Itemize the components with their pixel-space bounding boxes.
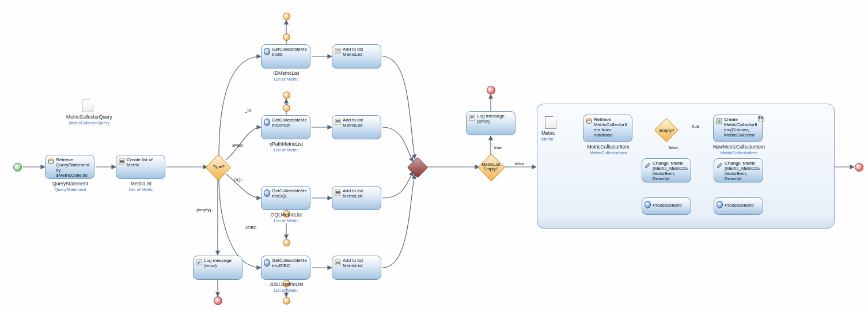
edge-label-loop-false: false (668, 145, 679, 150)
get-id-activity[interactable]: GetCollectibleMetricID (261, 44, 310, 69)
loop-create-caption: NewMetricCollectorItem MetricCollectorIt… (707, 144, 771, 156)
retrieve-querystatement-caption: QueryStatement QueryStatement (45, 181, 96, 193)
retrieve-querystatement-activity[interactable]: Retrieve QueryStatement by $MetricCollec… (45, 155, 94, 179)
microflow-canvas: MetricCollectorQuery MetricCollectorQuer… (0, 0, 868, 312)
loop-retrieve-activity[interactable]: Retrieve MetricCollectorItem from databa… (583, 115, 632, 142)
log-message-true-activity[interactable]: Log message (error) (466, 111, 516, 135)
log-icon (469, 115, 475, 121)
start-event[interactable] (13, 163, 22, 172)
activity-label: GetCollectibleMetricJDBC (272, 258, 307, 268)
input-parameter-name: MetricCollectorQuery (66, 114, 112, 120)
decision-label: MetricList Empty? (476, 162, 505, 172)
add-oql-activity[interactable]: Add to list MetricList (332, 186, 381, 210)
loop-iterator-label: Metric Metric (541, 130, 564, 142)
activity-label: Retrieve MetricCollectorItem from databa… (594, 117, 629, 138)
svg-point-53 (586, 119, 591, 121)
decision-label: Type? (204, 165, 233, 169)
get-id-caption: IDMetricList List of Metric (261, 70, 312, 82)
list-icon (335, 119, 341, 125)
decision-label: Empty? (653, 128, 681, 133)
loop-create-activity[interactable]: Create MetricCollectorItem(Column, Metri… (713, 115, 763, 142)
call-microflow-icon (264, 189, 270, 196)
change-icon (645, 162, 651, 168)
input-parameter-type: MetricCollectorQuery (69, 120, 109, 125)
edge-label-oql: OQL (233, 177, 244, 182)
loop-process2-activity[interactable]: ProcessMetric (714, 197, 763, 215)
get-xpath-activity[interactable]: GetCollectibleMetricXPath (261, 115, 310, 139)
activity-label: GetCollectibleMetricXPath (272, 117, 307, 128)
list-icon (335, 259, 341, 265)
get-xpath-caption: xPathMetricList List of Metric (261, 141, 312, 153)
log-message-empty-activity[interactable]: Log message (error) (193, 256, 242, 280)
end-event-error-empty[interactable] (214, 296, 222, 305)
edge-label-empty: (empty) (196, 207, 211, 212)
loop-change2-activity[interactable]: Change 'Metric' (Metric_MetricCollectorI… (714, 158, 763, 182)
edge-label-false: false (514, 161, 525, 166)
activity-label: GetCollectibleMetricOQL (272, 188, 307, 199)
activity-label: Add to list MetricList (343, 47, 378, 57)
retrieve-icon (48, 158, 54, 165)
continue-event[interactable] (283, 239, 290, 246)
activity-label: ProcessMetric (725, 203, 760, 208)
get-oql-caption: OQLMetricList List of Metric (261, 212, 312, 224)
call-microflow-icon (264, 48, 270, 54)
activity-label: ProcessMetric (653, 203, 688, 208)
edge-label-loop-true: true (691, 124, 700, 129)
activity-label: Log message (error) (477, 113, 512, 124)
add-id-activity[interactable]: Add to list MetricList (332, 44, 381, 69)
input-parameter-label: MetricCollectorQuery MetricCollectorQuer… (58, 114, 121, 126)
list-icon (335, 189, 341, 196)
loop-retrieve-caption: MetricCollectorItem MetricCollectorItem (578, 144, 638, 156)
call-microflow-icon (264, 259, 270, 265)
create-list-activity[interactable]: Create list of Metric (116, 155, 165, 179)
create-list-caption: MetricList List of Metric (116, 181, 166, 193)
add-xpath-activity[interactable]: Add to list MetricList (332, 115, 381, 139)
change-icon (717, 162, 723, 168)
list-icon (119, 158, 125, 165)
continue-event[interactable] (283, 297, 290, 305)
loop-change1-activity[interactable]: Change 'Metric' (Metric_MetricCollectorI… (642, 158, 691, 182)
svg-point-24 (48, 159, 53, 161)
activity-label: Retrieve QueryStatement by $MetricCollec… (56, 157, 91, 178)
activity-label: Change 'Metric' (Metric_MetricCollectorI… (653, 161, 688, 181)
error-handler-badge[interactable] (283, 33, 290, 41)
call-microflow-icon (264, 119, 270, 125)
end-event[interactable] (855, 163, 863, 172)
error-handler-badge[interactable] (283, 104, 290, 112)
activity-label: Change 'Metric' (Metric_MetricCollectorI… (725, 161, 760, 181)
continue-event[interactable] (283, 92, 290, 99)
get-oql-activity[interactable]: GetCollectibleMetricOQL (261, 186, 310, 210)
activity-label: Add to list MetricList (343, 258, 378, 268)
edge-label-true: true (494, 145, 502, 150)
edge-label-id: _ID (244, 108, 252, 113)
activity-label: Create MetricCollectorItem(Column, Metri… (724, 117, 759, 138)
activity-label: Create list of Metric (127, 157, 162, 168)
add-jdbc-activity[interactable]: Add to list MetricList (332, 256, 381, 280)
activity-label: Add to list MetricList (343, 188, 378, 199)
get-jdbc-activity[interactable]: GetCollectibleMetricJDBC (261, 256, 310, 280)
end-event-error-true[interactable] (487, 86, 495, 94)
list-icon (335, 48, 341, 54)
retrieve-icon (586, 118, 592, 124)
log-icon (196, 259, 202, 265)
loop-process1-activity[interactable]: ProcessMetric (642, 197, 691, 215)
activity-label: Add to list MetricList (343, 117, 378, 128)
create-icon (716, 118, 722, 124)
edge-label-jdbc: JDBC (245, 225, 257, 230)
call-microflow-icon (645, 201, 651, 207)
continue-event[interactable] (283, 13, 290, 20)
call-microflow-icon (717, 201, 723, 207)
edge-label-xpath: xPath (232, 143, 244, 148)
activity-label: Log message (error) (204, 258, 239, 268)
get-jdbc-caption: JDBCMetricList List of Metric (261, 281, 312, 294)
commit-icon: 💾 (758, 116, 764, 121)
activity-label: GetCollectibleMetricID (272, 47, 307, 57)
